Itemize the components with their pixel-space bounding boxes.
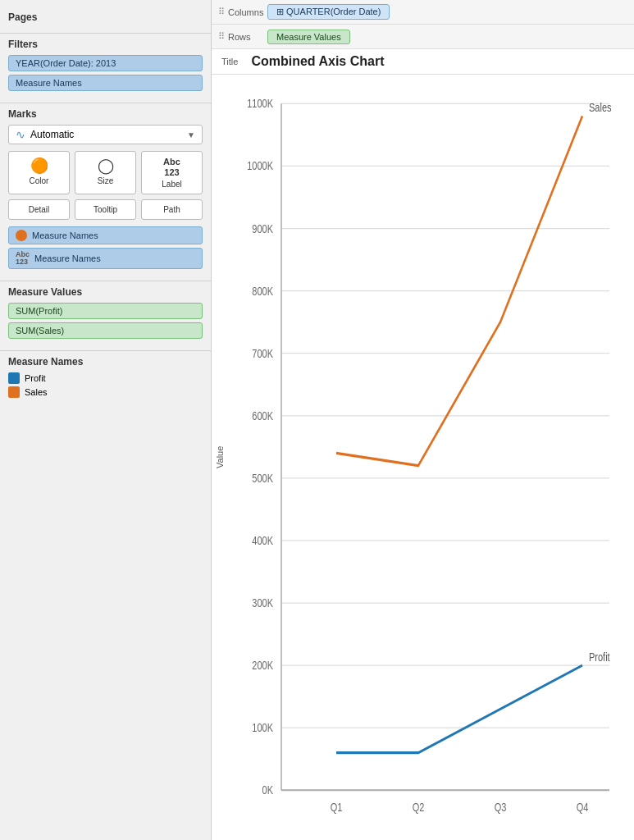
marks-path-btn[interactable]: Path — [141, 199, 203, 220]
filters-title: Filters — [8, 39, 203, 50]
svg-text:Q2: Q2 — [413, 801, 425, 814]
svg-text:100K: 100K — [252, 722, 273, 735]
marks-size-btn[interactable]: ◯ Size — [75, 151, 136, 194]
svg-text:1000K: 1000K — [247, 160, 273, 173]
measure-names-legend-title: Measure Names — [8, 356, 203, 368]
legend-sales: Sales — [8, 386, 203, 398]
marks-color-btn[interactable]: 🟠 Color — [8, 151, 70, 194]
svg-text:1100K: 1100K — [247, 98, 273, 111]
svg-text:300K: 300K — [252, 597, 273, 610]
legend-sales-color — [8, 386, 20, 398]
svg-text:Q4: Q4 — [577, 801, 589, 814]
measure-values-title: Measure Values — [8, 286, 203, 298]
pages-title: Pages — [8, 11, 203, 23]
measure-names-legend-section: Measure Names Profit Sales — [0, 351, 211, 409]
legend-profit: Profit — [8, 372, 203, 384]
marks-type-icon: ∿ — [16, 128, 25, 141]
profit-annotation: Profit — [589, 651, 610, 664]
svg-text:600K: 600K — [252, 410, 273, 423]
svg-text:800K: 800K — [252, 285, 273, 298]
filters-section: Filters YEAR(Order Date): 2013 Measure N… — [0, 34, 211, 103]
svg-text:200K: 200K — [252, 660, 273, 673]
marks-color-pill-icon — [16, 230, 27, 241]
svg-text:Q3: Q3 — [495, 801, 507, 814]
marks-section: Marks ∿ Automatic ▼ 🟠 Color ◯ Size Abc12… — [0, 103, 211, 281]
filter-measure-names[interactable]: Measure Names — [8, 75, 203, 91]
y-axis-label: Value — [212, 83, 228, 832]
columns-shelf: ⠿ Columns ⊞ QUARTER(Order Date) — [212, 0, 634, 25]
left-panel: Pages Filters YEAR(Order Date): 2013 Mea… — [0, 0, 212, 840]
rows-label: ⠿ Rows — [218, 31, 267, 42]
marks-buttons-row2: Detail Tooltip Path — [8, 199, 203, 220]
marks-dropdown-arrow-icon: ▼ — [187, 130, 195, 139]
rows-pill[interactable]: Measure Values — [267, 30, 350, 44]
svg-text:0K: 0K — [262, 784, 274, 797]
svg-text:Q1: Q1 — [331, 801, 343, 814]
chart-title: Combined Axis Chart — [251, 54, 384, 69]
marks-type-dropdown[interactable]: ∿ Automatic ▼ — [8, 125, 203, 144]
chart-title-row: Title Combined Axis Chart — [212, 49, 634, 75]
rows-grid-icon: ⠿ — [218, 31, 225, 42]
marks-label-pill[interactable]: Abc123 Measure Names — [8, 248, 203, 269]
legend-sales-label: Sales — [25, 387, 48, 397]
legend-profit-label: Profit — [25, 373, 46, 383]
columns-grid-icon: ⠿ — [218, 7, 225, 17]
svg-text:700K: 700K — [252, 348, 273, 361]
profit-line — [336, 665, 582, 753]
marks-color-pill[interactable]: Measure Names — [8, 226, 203, 244]
marks-buttons-row1: 🟠 Color ◯ Size Abc123 Label — [8, 151, 203, 194]
right-panel: ⠿ Columns ⊞ QUARTER(Order Date) ⠿ Rows M… — [212, 0, 634, 840]
title-label: Title — [221, 57, 238, 66]
sales-annotation: Sales — [589, 102, 611, 115]
svg-text:500K: 500K — [252, 472, 273, 486]
marks-title: Marks — [8, 108, 203, 120]
marks-detail-btn[interactable]: Detail — [8, 199, 70, 220]
svg-text:400K: 400K — [252, 535, 273, 548]
sum-profit-pill[interactable]: SUM(Profit) — [8, 303, 203, 319]
legend-profit-color — [8, 372, 20, 384]
sum-sales-pill[interactable]: SUM(Sales) — [8, 322, 203, 339]
rows-shelf: ⠿ Rows Measure Values — [212, 25, 634, 49]
marks-tooltip-btn[interactable]: Tooltip — [75, 199, 136, 220]
chart-inner: 0K 100K 200K 300K 400K 500K 600K — [232, 83, 626, 832]
marks-label-btn[interactable]: Abc123 Label — [141, 151, 203, 194]
marks-abc-icon: Abc123 — [16, 251, 30, 266]
svg-text:900K: 900K — [252, 222, 273, 235]
chart-area: Value 0K 100K 200K 300K — [212, 75, 634, 840]
marks-type-label: Automatic — [30, 129, 187, 140]
columns-label: ⠿ Columns — [218, 7, 267, 17]
columns-pill[interactable]: ⊞ QUARTER(Order Date) — [267, 4, 390, 20]
chart-svg: 0K 100K 200K 300K 400K 500K 600K — [232, 83, 626, 832]
filter-year[interactable]: YEAR(Order Date): 2013 — [8, 55, 203, 71]
pages-section: Pages — [0, 7, 211, 34]
measure-values-section: Measure Values SUM(Profit) SUM(Sales) — [0, 281, 211, 351]
